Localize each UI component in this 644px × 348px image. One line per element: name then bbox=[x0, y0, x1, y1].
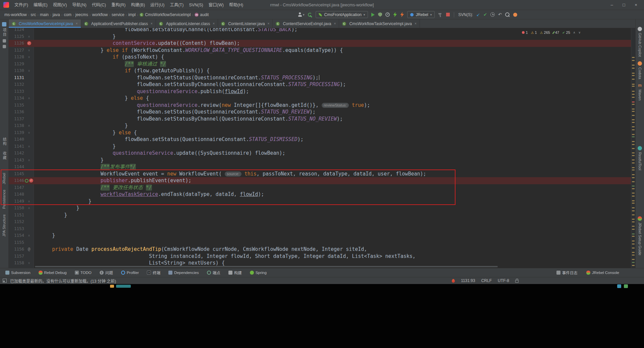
fold-icon[interactable]: ∨ bbox=[28, 69, 30, 72]
tab-close-icon[interactable]: × bbox=[76, 22, 78, 25]
code-line[interactable]: 1139∨ } else { bbox=[9, 129, 631, 136]
history-icon[interactable] bbox=[490, 12, 495, 17]
code-line[interactable]: 1148 workflowTaskService.endTask(dataTyp… bbox=[9, 191, 631, 198]
stripe-mark[interactable] bbox=[632, 126, 635, 127]
code-text[interactable]: /** 审核通过 */ bbox=[34, 61, 166, 68]
menu-item[interactable]: 代码(C) bbox=[89, 0, 109, 10]
line-number[interactable]: 1133 bbox=[9, 88, 24, 95]
line-number[interactable]: 1128 bbox=[9, 54, 24, 61]
stripe-mark[interactable] bbox=[632, 233, 635, 234]
breadcrumb-item[interactable]: service bbox=[111, 12, 125, 17]
svn-commit-icon[interactable]: ✔ bbox=[483, 12, 487, 17]
code-line[interactable]: 1127∨ } else if (WorkflowConstant.WORKFL… bbox=[9, 47, 631, 54]
menu-item[interactable]: 运行(U) bbox=[148, 0, 167, 10]
stripe-mark[interactable] bbox=[632, 119, 635, 120]
code-text[interactable]: if (passToNext) { bbox=[34, 54, 164, 61]
line-number[interactable]: 1126 bbox=[9, 40, 24, 47]
error-stripe[interactable] bbox=[631, 28, 635, 268]
fold-icon[interactable]: ∨ bbox=[28, 261, 30, 265]
wrench-icon[interactable] bbox=[308, 12, 312, 17]
jrebel-select[interactable]: JRebel ▾ bbox=[407, 11, 435, 18]
code-line[interactable]: 1150∧ } bbox=[9, 205, 631, 212]
stripe-mark[interactable] bbox=[632, 57, 635, 58]
stripe-mark[interactable] bbox=[632, 65, 635, 66]
fold-icon[interactable]: ∧ bbox=[28, 200, 30, 203]
tool-window-button[interactable]: 结构 bbox=[2, 137, 6, 146]
profiler-icon[interactable] bbox=[385, 12, 390, 17]
code-text[interactable]: if (flow.getAutoPublish()) { bbox=[34, 67, 210, 74]
prev-problem-icon[interactable]: ∧ bbox=[573, 31, 576, 34]
code-line[interactable]: 1158∨ List<String> nextUsers) { bbox=[9, 260, 631, 267]
stripe-mark[interactable] bbox=[632, 243, 635, 245]
stripe-mark[interactable] bbox=[632, 196, 635, 197]
code-text[interactable]: } else { bbox=[34, 95, 149, 102]
stripe-mark[interactable] bbox=[632, 186, 635, 187]
run-config-select[interactable]: CmsFrontApplication ▾ bbox=[316, 11, 368, 18]
tool-window-button[interactable]: RestfulTool bbox=[638, 146, 642, 170]
breadcrumb-item[interactable]: com bbox=[63, 12, 72, 17]
code-text[interactable]: flowBean.setStatusByChannel(Questionnair… bbox=[34, 81, 346, 88]
tab[interactable]: CContentListener.java× bbox=[218, 19, 273, 28]
line-number[interactable]: 1139 bbox=[9, 129, 24, 136]
line-number[interactable]: 1130 bbox=[9, 67, 24, 74]
menu-item[interactable]: 窗口(W) bbox=[206, 0, 226, 10]
tool-window-button[interactable]: ≡TODO bbox=[75, 271, 92, 275]
code-text[interactable]: } bbox=[34, 212, 67, 219]
code-line[interactable]: 1140 flowBean.setStatus(QuestionnaireCon… bbox=[9, 136, 631, 143]
stripe-mark[interactable] bbox=[632, 148, 635, 149]
code-line[interactable]: 1147 /** 更改任务状态 */ bbox=[9, 184, 631, 191]
sidebar-item-project[interactable]: 项目 bbox=[2, 22, 6, 37]
code-line[interactable]: 1135 questionnaireService.review(new Int… bbox=[9, 102, 631, 109]
line-number[interactable]: 1152 bbox=[9, 218, 24, 225]
fold-icon[interactable]: ∧ bbox=[28, 234, 30, 237]
line-number[interactable]: 1147 bbox=[9, 184, 24, 191]
code-line[interactable]: 1154∧ } bbox=[9, 232, 631, 239]
tool-window-button[interactable]: 端点 bbox=[207, 270, 220, 275]
line-number[interactable]: 1131 bbox=[9, 74, 24, 81]
line-number[interactable]: 1158 bbox=[9, 260, 24, 267]
line-number[interactable]: 1140 bbox=[9, 136, 24, 143]
code-text[interactable]: workflowTaskService.endTask(dataType, da… bbox=[34, 191, 264, 198]
line-number[interactable]: 1132 bbox=[9, 81, 24, 88]
tool-window-button[interactable]: Spring bbox=[250, 271, 267, 275]
line-number[interactable]: 1135 bbox=[9, 102, 24, 109]
code-line[interactable]: 1134∧ } else { bbox=[9, 95, 631, 102]
code-line[interactable]: 1126✓ contentService.update((Content) fl… bbox=[9, 40, 631, 47]
breadcrumb-item[interactable]: src bbox=[30, 12, 37, 17]
code-area[interactable]: 1124 flowBean.setStatusByChannel(Content… bbox=[9, 28, 631, 268]
tool-window-button[interactable]: GitHub Copilot bbox=[638, 27, 642, 57]
code-text[interactable]: /**发布事件*/ bbox=[34, 163, 136, 170]
tool-window-button[interactable]: Persistence bbox=[2, 190, 6, 209]
tool-window-button[interactable]: Codota bbox=[638, 61, 642, 79]
tab[interactable]: CContentServiceExImpl.java× bbox=[273, 19, 339, 28]
menu-item[interactable]: 视图(V) bbox=[50, 0, 70, 10]
line-number[interactable]: 1150 bbox=[9, 205, 24, 212]
stripe-mark[interactable] bbox=[632, 129, 635, 130]
line-number[interactable]: 1146 bbox=[9, 177, 24, 184]
editor[interactable]: 1124 flowBean.setStatusByChannel(Content… bbox=[9, 28, 635, 268]
menu-item[interactable]: 帮助(H) bbox=[226, 0, 246, 10]
stripe-mark[interactable] bbox=[632, 68, 635, 69]
breakpoint-icon[interactable]: ✓ bbox=[29, 179, 33, 183]
code-line[interactable]: 1142 questionnaireService.update((SysQue… bbox=[9, 150, 631, 157]
stripe-mark[interactable] bbox=[632, 248, 635, 249]
stripe-mark[interactable] bbox=[632, 259, 635, 260]
tool-window-button[interactable]: JPA Structure bbox=[2, 214, 6, 236]
code-text[interactable]: } bbox=[34, 122, 128, 129]
code-text[interactable]: } bbox=[34, 205, 79, 212]
code-line[interactable]: 1152 bbox=[9, 218, 631, 225]
breadcrumb-item[interactable]: java bbox=[52, 12, 61, 17]
tool-window-button[interactable]: JRebel Console bbox=[586, 271, 619, 275]
stripe-mark[interactable] bbox=[632, 136, 635, 137]
close-button[interactable]: × bbox=[630, 0, 642, 10]
tab[interactable]: CCmsWorkflowTaskServiceImpl.java× bbox=[339, 19, 420, 28]
fold-icon[interactable]: ∨ bbox=[28, 49, 30, 52]
stripe-mark[interactable] bbox=[632, 262, 635, 263]
code-line[interactable]: 1130∨ if (flow.getAutoPublish()) { bbox=[9, 67, 631, 74]
svn-update-icon[interactable]: ↙ bbox=[476, 12, 480, 17]
code-text[interactable]: } bbox=[34, 198, 92, 205]
stripe-mark[interactable] bbox=[632, 84, 635, 85]
stripe-mark[interactable] bbox=[632, 134, 635, 135]
stripe-mark[interactable] bbox=[632, 79, 635, 80]
line-number[interactable]: 1129 bbox=[9, 61, 24, 68]
